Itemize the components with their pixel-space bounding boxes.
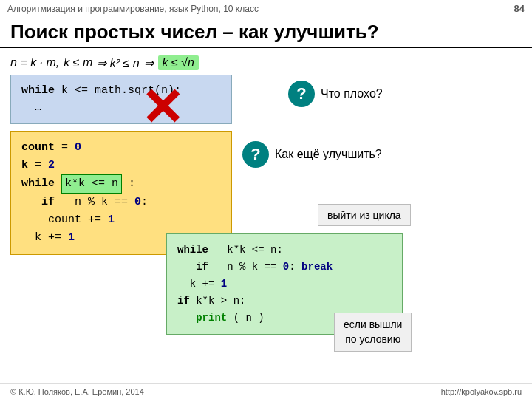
bubble-text-2: Как ещё улучшить? [275,148,382,161]
keyword-break: break [301,261,332,273]
green-line4: if k*k > n: [177,293,392,310]
code-good-line2: k = 2 [21,157,221,174]
code-good-line1: count = 0 [21,139,221,157]
green-line1: while k*k <= n: [177,242,392,259]
footer: © К.Ю. Поляков, Е.А. Ерёмин, 2014 http:/… [0,383,532,399]
code-good-line5: count += 1 [21,211,221,229]
question-icon-2: ? [242,141,269,168]
formula-area: n = k · m, k ≤ m ⇒ k² ≤ n ⇒ k ≤ √n [0,54,532,75]
code-block-bad: while k <= math.sqrt(n): … [10,75,232,124]
green-line3: k += 1 [177,276,392,293]
page-number: 84 [514,3,525,14]
bubble-text-1: Что плохо? [321,87,383,100]
header: Алгоритмизация и программирование, язык … [0,0,532,16]
main-content: while k <= math.sqrt(n): … ✕ ? Что плохо… [0,75,532,363]
footer-url: http://kpolyakov.spb.ru [441,387,522,396]
code-good-line3: while k*k <= n : [21,174,221,194]
code-bad-ellipsis: … [21,101,41,114]
formula-part3: ⇒ k² ≤ n [97,56,139,70]
tooltip-condition: если вышли по условию [334,313,412,352]
bubble-what-bad: ? Что плохо? [288,81,383,107]
footer-copyright: © К.Ю. Поляков, Е.А. Ерёмин, 2014 [10,387,144,396]
tooltip-exit-loop: выйти из цикла [318,204,411,226]
green-line2: if n % k == 0: break [177,259,392,276]
formula-part1: n = k · m, [10,56,59,69]
formula-part2: k ≤ m [64,56,92,69]
red-x-icon: ✕ [140,82,184,134]
page-title: Поиск простых чисел – как улучшить? [0,16,532,48]
bubble-improve: ? Как ещё улучшить? [242,141,382,168]
code-bad-line2: … [21,100,221,117]
question-icon-1: ? [288,81,315,107]
keyword-print: print [196,312,227,324]
code-bad-line1: while k <= math.sqrt(n): [21,83,221,100]
while-condition-highlight: k*k <= n [61,174,122,194]
formula-highlight: k ≤ √n [158,55,199,70]
code-good-line4: if n % k == 0: [21,194,221,211]
keyword-while: while [21,84,55,97]
header-subject: Алгоритмизация и программирование, язык … [7,4,259,14]
formula-part4: ⇒ [144,56,154,70]
